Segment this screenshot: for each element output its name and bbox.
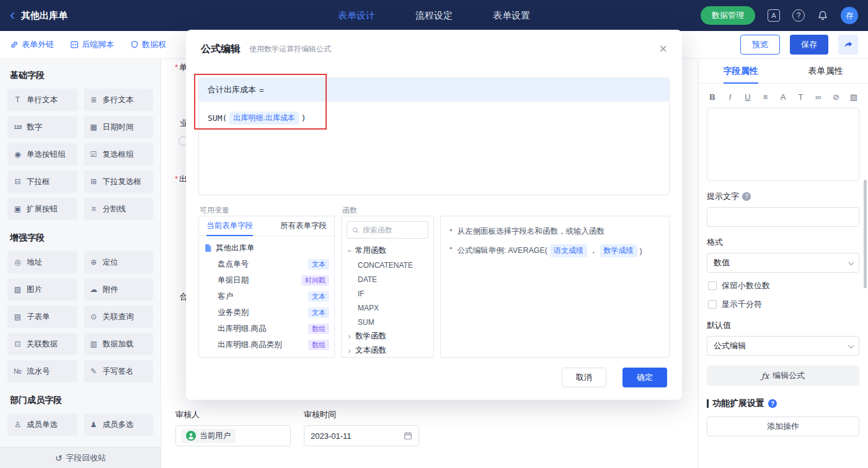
variable-item[interactable]: 盘点单号文本 (204, 256, 329, 272)
tab-process-setting[interactable]: 流程设定 (415, 10, 453, 22)
decimal-checkbox-row[interactable]: 保留小数位数 (708, 280, 858, 291)
page-title: 其他出库单 (21, 10, 68, 22)
form-external-link[interactable]: 表单外链 (10, 39, 54, 50)
formula-expression[interactable]: SUM( 出库明细.出库成本 ) (199, 102, 669, 135)
font-size-icon[interactable]: T (797, 92, 805, 102)
function-group-common[interactable]: ›常用函数 (342, 244, 433, 258)
italic-icon[interactable]: I (726, 92, 735, 102)
variable-item[interactable]: 出库明细.商品数组 (204, 320, 329, 337)
preview-button[interactable]: 预览 (740, 35, 780, 55)
tab-current-form-fields[interactable]: 当前表单字段 (206, 216, 253, 236)
function-search-input[interactable] (363, 226, 423, 234)
edit-formula-button[interactable]: ƒx 编辑公式 (707, 366, 859, 386)
field-item-address[interactable]: ◎地址 (7, 251, 78, 273)
hint-text-input[interactable] (707, 207, 859, 227)
link-icon[interactable]: ∞ (814, 92, 823, 102)
function-search-box[interactable] (347, 221, 428, 239)
notification-bell-icon[interactable] (817, 10, 828, 21)
share-button[interactable] (838, 35, 858, 55)
variable-item[interactable]: 业务类别文本 (204, 304, 329, 320)
backend-script-link[interactable]: 后端脚本 (70, 39, 114, 50)
data-permission-link[interactable]: 数据权 (130, 39, 166, 50)
thousand-separator-checkbox[interactable] (708, 300, 717, 309)
field-item-image[interactable]: ▧图片 (7, 278, 78, 301)
variables-root-node[interactable]: 其他出库单 (204, 240, 329, 256)
field-title-richtext-area[interactable] (707, 108, 859, 181)
dialog-title: 公式编辑 (201, 43, 241, 56)
bold-icon[interactable]: B (708, 92, 717, 102)
review-time-label: 审核时间 (304, 409, 419, 420)
field-item-data-load[interactable]: ▥数据加载 (84, 333, 154, 355)
formula-field-tag[interactable]: 出库明细.出库成本 (229, 112, 298, 125)
function-item-mapx[interactable]: MAPX (342, 301, 433, 315)
topbar-left: ‹ 其他出库单 (10, 9, 68, 22)
tab-form-properties[interactable]: 表单属性 (783, 59, 868, 83)
variable-item[interactable]: 单据日期时间戳 (204, 272, 329, 288)
field-item-linked-query[interactable]: ⊙关联查询 (84, 306, 154, 328)
panel-scrollbar-thumb[interactable] (864, 180, 867, 288)
user-avatar[interactable]: 存 (841, 7, 858, 24)
chevron-collapsed-icon: › (347, 332, 352, 341)
default-value-select[interactable]: 公式编辑 (707, 336, 859, 356)
review-time-input[interactable]: 2023-01-11 (304, 425, 419, 446)
field-item-linked-data[interactable]: ⊡关联数据 (7, 333, 78, 355)
tab-all-form-fields[interactable]: 所有表单字段 (280, 216, 327, 236)
variable-item[interactable]: 出库明细.商品类别数组 (204, 337, 329, 353)
section-title-member-fields: 部门成员字段 (10, 395, 153, 406)
field-recycle-bin[interactable]: ↺ 字段回收站 (0, 447, 161, 468)
field-item-checkbox-group[interactable]: ☑复选框组 (84, 143, 154, 166)
field-item-datetime[interactable]: ▦日期时间 (84, 116, 154, 138)
align-icon[interactable]: ≡ (761, 92, 770, 102)
data-manage-button[interactable]: 数据管理 (701, 6, 755, 25)
field-item-divider[interactable]: ≡分割线 (84, 198, 154, 220)
confirm-button[interactable]: 确定 (622, 368, 667, 387)
back-icon[interactable]: ‹ (10, 7, 15, 22)
cancel-button[interactable]: 取消 (562, 368, 606, 387)
hint-help-icon[interactable]: ? (742, 192, 751, 201)
field-item-single-line-text[interactable]: T单行文本 (7, 89, 78, 111)
insert-image-icon[interactable]: ▧ (849, 92, 858, 102)
field-item-select[interactable]: ⊟下拉框 (7, 170, 78, 193)
close-icon[interactable]: × (659, 42, 667, 56)
extension-help-icon[interactable]: ? (768, 399, 777, 408)
type-badge: 文本 (308, 307, 329, 318)
function-group-math[interactable]: ›数学函数 (342, 329, 433, 343)
tab-form-settings[interactable]: 表单设置 (493, 10, 530, 22)
field-item-extend-button[interactable]: ▣扩展按钮 (7, 198, 78, 220)
hint-text-label-row: 提示文字 ? (707, 191, 859, 202)
field-item-multi-line-text[interactable]: ≣多行文本 (84, 89, 154, 111)
font-color-icon[interactable]: A (779, 92, 787, 102)
unlink-icon[interactable]: ⊘ (832, 92, 841, 102)
field-item-serial-number[interactable]: №流水号 (7, 360, 78, 382)
tab-form-design[interactable]: 表单设计 (338, 10, 375, 22)
document-icon (204, 244, 212, 252)
field-item-signature[interactable]: ✎手写签名 (84, 360, 154, 382)
help-icon[interactable]: ? (792, 9, 805, 22)
function-item-concatenate[interactable]: CONCATENATE (342, 258, 433, 272)
field-item-attachment[interactable]: ☁附件 (84, 278, 154, 301)
function-item-if[interactable]: IF (342, 286, 433, 301)
field-item-number[interactable]: 123数字 (7, 116, 78, 138)
add-action-button[interactable]: 添加操作 (707, 417, 859, 436)
field-item-radio-group[interactable]: ◉单选按钮组 (7, 143, 78, 166)
field-item-location[interactable]: ⊕定位 (84, 251, 154, 273)
underline-icon[interactable]: U (743, 92, 752, 102)
variables-section-label: 可用变量 (200, 205, 229, 216)
field-item-multi-select[interactable]: ⊞下拉复选框 (84, 170, 154, 193)
function-item-date[interactable]: DATE (342, 272, 433, 286)
save-button[interactable]: 保存 (790, 35, 828, 55)
decimal-checkbox[interactable] (708, 281, 717, 290)
thousand-separator-checkbox-row[interactable]: 显示千分符 (708, 299, 858, 310)
reviewer-input[interactable]: 当前用户 (175, 425, 291, 446)
field-item-member-single[interactable]: ♙成员单选 (7, 413, 78, 436)
tab-field-properties[interactable]: 字段属性 (698, 59, 783, 83)
formula-editor-area[interactable]: 合计出库成本 = SUM( 出库明细.出库成本 ) (198, 77, 670, 195)
field-item-subform[interactable]: ▤子表单 (7, 306, 78, 328)
function-item-sum[interactable]: SUM (342, 315, 433, 329)
translate-icon[interactable]: A (768, 9, 780, 22)
default-value-label: 默认值 (707, 320, 859, 331)
variable-item[interactable]: 客户文本 (204, 288, 329, 304)
field-item-member-multi[interactable]: ♟成员多选 (84, 413, 154, 436)
format-select[interactable]: 数值 (707, 253, 859, 273)
function-group-text[interactable]: ›文本函数 (342, 343, 433, 358)
